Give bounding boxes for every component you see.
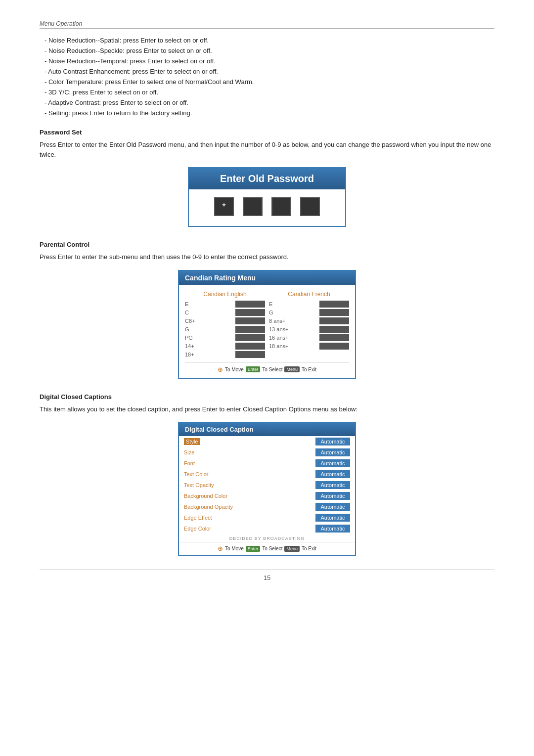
dcc-row-style: Style Automatic	[179, 436, 355, 447]
rating-row: 18 ans+	[269, 343, 349, 350]
dcc-rows: Style Automatic Size Automatic Font Auto…	[179, 436, 355, 534]
rating-label: 18+	[185, 352, 199, 357]
password-input-3[interactable]	[271, 197, 291, 216]
rating-row: PG	[185, 334, 265, 341]
dcc-row-text-color: Text Color Automatic	[179, 469, 355, 480]
move-icon: ⊕	[218, 545, 223, 552]
rating-label: 16 ans+	[269, 335, 288, 341]
dcc-label-text-color: Text Color	[184, 471, 209, 477]
dcc-title: Digital Closed Captions	[40, 393, 494, 400]
dcc-label-size: Size	[184, 449, 194, 455]
rating-dialog-body: Candian English E C C8+	[179, 285, 355, 378]
parental-control-body: Press Enter to enter the sub-menu and th…	[40, 252, 494, 262]
dcc-label-edge-effect: Edge Effect	[184, 515, 212, 521]
rating-label: 8 ans+	[269, 318, 285, 324]
dcc-label-edge-color: Edge Color	[184, 526, 211, 532]
rating-label: 13 ans+	[269, 326, 288, 332]
dcc-value-edge-color: Automatic	[315, 525, 350, 533]
rating-label: E	[269, 301, 283, 307]
menu-badge: Menu	[284, 546, 300, 552]
rating-bar	[319, 301, 349, 308]
list-item: - Noise Reduction--Temporal: press Enter…	[44, 57, 494, 65]
dcc-label-text-opacity: Text Opacity	[184, 482, 214, 488]
rating-label: E	[185, 301, 199, 307]
password-set-body: Press Enter to enter the Enter Old Passw…	[40, 140, 494, 159]
list-item: - Color Temperature: press Enter to sele…	[44, 78, 494, 86]
password-input-2[interactable]	[243, 197, 263, 216]
rating-bar	[235, 326, 265, 333]
nav-select-text: To Select	[262, 546, 282, 551]
list-item: - Setting: press Enter to return to the …	[44, 109, 494, 117]
dcc-row-bg-opacity: Background Opacity Automatic	[179, 501, 355, 512]
password-input-4[interactable]	[300, 197, 320, 216]
rating-dialog-title: Candian Rating Menu	[179, 271, 355, 285]
rating-label: C8+	[185, 318, 199, 324]
rating-col-french-header: Candian French	[269, 291, 349, 298]
rating-col-english-header: Candian English	[185, 291, 265, 298]
section-header: Menu Operation	[40, 20, 494, 29]
password-input-1[interactable]: *	[214, 197, 234, 216]
rating-bar	[319, 326, 349, 333]
password-dialog-body: *	[189, 189, 345, 226]
rating-bar	[235, 301, 265, 308]
bullet-list: - Noise Reduction--Spatial: press Enter …	[40, 37, 494, 117]
password-dialog-container: Enter Old Password *	[40, 167, 494, 227]
rating-label: 14+	[185, 343, 199, 349]
page-number: 15	[40, 570, 494, 581]
dcc-row-size: Size Automatic	[179, 447, 355, 458]
rating-bar	[235, 351, 265, 358]
rating-row: G	[185, 326, 265, 333]
dcc-body: This item allows you to set the closed c…	[40, 404, 494, 414]
enter-badge: Enter	[246, 546, 261, 552]
rating-row: 13 ans+	[269, 326, 349, 333]
rating-row: C	[185, 309, 265, 316]
dcc-value-bg-opacity: Automatic	[315, 503, 350, 511]
dcc-row-edge-color: Edge Color Automatic	[179, 523, 355, 534]
rating-col-english: Candian English E C C8+	[185, 291, 265, 359]
dcc-dialog-title: Digital Closed Caption	[179, 423, 355, 436]
dcc-row-text-opacity: Text Opacity Automatic	[179, 480, 355, 490]
rating-bar	[235, 309, 265, 316]
dcc-row-edge-effect: Edge Effect Automatic	[179, 512, 355, 523]
rating-bar	[319, 309, 349, 316]
dcc-value-style: Automatic	[315, 438, 350, 445]
nav-exit-text: To Exit	[302, 546, 316, 551]
dcc-value-text-color: Automatic	[315, 470, 350, 478]
rating-row: 8 ans+	[269, 317, 349, 324]
rating-bar	[319, 334, 349, 341]
rating-dialog-container: Candian Rating Menu Candian English E C	[40, 270, 494, 379]
digital-closed-captions-section: Digital Closed Captions This item allows…	[40, 393, 494, 556]
dcc-label-bg-color: Background Color	[184, 493, 227, 499]
rating-label: 18 ans+	[269, 343, 288, 349]
nav-exit-text: To Exit	[302, 367, 316, 372]
rating-row: E	[269, 301, 349, 308]
rating-bar	[319, 343, 349, 350]
dcc-value-font: Automatic	[315, 459, 350, 467]
dcc-value-size: Automatic	[315, 448, 350, 456]
rating-label: PG	[185, 335, 199, 341]
rating-bar	[235, 334, 265, 341]
rating-row: G	[269, 309, 349, 316]
rating-label: C	[185, 310, 199, 315]
nav-move-text: To Move	[225, 367, 244, 372]
password-dialog-title: Enter Old Password	[189, 168, 345, 189]
dcc-value-edge-effect: Automatic	[315, 514, 350, 522]
rating-bar	[235, 317, 265, 324]
dcc-footer: ⊕ To Move Enter To Select Menu To Exit	[179, 542, 355, 555]
rating-bar	[235, 343, 265, 350]
dcc-value-text-opacity: Automatic	[315, 481, 350, 489]
enter-badge: Enter	[246, 366, 261, 372]
dcc-label-bg-opacity: Background Opacity	[184, 504, 233, 510]
rating-row: 16 ans+	[269, 334, 349, 341]
password-set-section: Password Set Press Enter to enter the En…	[40, 129, 494, 227]
rating-bar	[319, 317, 349, 324]
section-title: Menu Operation	[40, 20, 82, 27]
dcc-row-font: Font Automatic	[179, 458, 355, 469]
rating-label: G	[269, 310, 283, 315]
dcc-dialog: Digital Closed Caption Style Automatic S…	[178, 422, 356, 556]
password-dialog: Enter Old Password *	[188, 167, 346, 227]
move-icon: ⊕	[218, 366, 223, 373]
parental-control-section: Parental Control Press Enter to enter th…	[40, 241, 494, 379]
rating-label: G	[185, 326, 199, 332]
list-item: - 3D Y/C: press Enter to select on or of…	[44, 89, 494, 96]
